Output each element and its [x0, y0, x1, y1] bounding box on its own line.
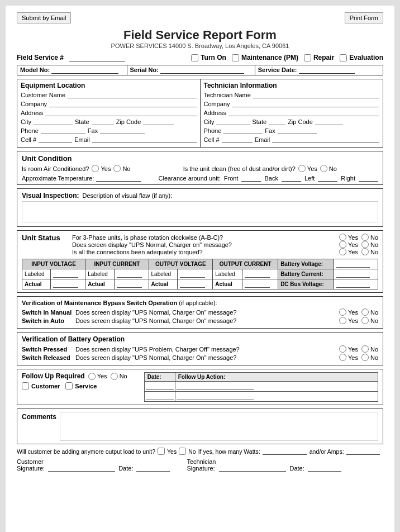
dc-bus-voltage-input[interactable]	[336, 281, 370, 288]
tech-company-input[interactable]	[232, 100, 379, 107]
amps-input[interactable]	[346, 448, 380, 455]
air-cond-no-radio[interactable]	[113, 165, 121, 172]
tech-sig-label1: Technician	[187, 458, 216, 465]
top-bar: Submit by Email Print Form	[17, 12, 383, 23]
tech-name-input[interactable]	[253, 91, 379, 98]
ov-actual-input[interactable]	[180, 281, 205, 288]
follow-action-input2[interactable]	[177, 393, 254, 400]
equip-zip-input[interactable]	[143, 118, 174, 125]
output-yes-checkbox[interactable]	[158, 448, 165, 455]
equip-cell-input[interactable]	[39, 136, 72, 143]
battery1-yes-radio[interactable]	[339, 345, 346, 353]
follow-date-input[interactable]	[146, 383, 174, 390]
visual-inspection-textarea[interactable]	[22, 201, 378, 222]
battery1-no-radio[interactable]	[361, 345, 369, 353]
cust-name-label: Customer Name	[21, 92, 65, 98]
torqued-yes-label: Yes	[348, 249, 358, 255]
torqued-yes-radio[interactable]	[339, 248, 346, 255]
oc-actual-input[interactable]	[245, 281, 270, 288]
repair-checkbox[interactable]	[304, 54, 311, 61]
bypass2-no-radio[interactable]	[361, 317, 369, 324]
switch-auto-label: Switch in Auto	[22, 317, 72, 324]
tech-phone-label: Phone	[204, 127, 222, 134]
equip-email-input[interactable]	[92, 136, 197, 143]
output-no-checkbox[interactable]	[179, 448, 186, 455]
tech-cell-input[interactable]	[222, 136, 253, 143]
unit-clean-no-radio[interactable]	[320, 165, 327, 172]
print-form-button[interactable]: Print Form	[345, 12, 383, 23]
cust-name-input[interactable]	[68, 91, 196, 98]
equip-company-label: Company	[21, 101, 47, 107]
oc-labeled-input[interactable]	[245, 270, 270, 278]
back-input[interactable]	[282, 174, 301, 182]
battery-current-input[interactable]	[336, 270, 370, 278]
equip-city-input[interactable]	[34, 118, 73, 125]
bypass2-yes-label: Yes	[348, 317, 358, 324]
tech-sig-input[interactable]	[219, 464, 286, 472]
unit-clean-yes-radio[interactable]	[298, 165, 306, 172]
left-input[interactable]	[318, 174, 337, 182]
maintenance-bypass-box: Verification of Maintenance Bypass Switc…	[17, 296, 383, 329]
phase-yes-label: Yes	[348, 234, 358, 241]
customer-sig-input[interactable]	[48, 464, 115, 472]
iv-labeled-input[interactable]	[53, 270, 78, 278]
customer-checkbox[interactable]	[22, 382, 29, 390]
equip-company-input[interactable]	[49, 100, 196, 107]
battery-voltage-input[interactable]	[336, 260, 370, 268]
bypass1-yes-radio[interactable]	[339, 308, 346, 316]
battery2-yes-radio[interactable]	[339, 354, 346, 361]
air-cond-yes-label: Yes	[101, 165, 111, 172]
customer-date-input[interactable]	[136, 464, 170, 472]
service-date-input[interactable]	[299, 66, 355, 74]
turn-on-checkbox[interactable]	[191, 54, 198, 61]
follow-action-input[interactable]	[177, 383, 254, 390]
tech-email-input[interactable]	[272, 136, 379, 143]
tech-address-input[interactable]	[228, 109, 379, 116]
right-input[interactable]	[359, 174, 378, 182]
ic-actual-label: Actual	[85, 279, 114, 289]
tech-state-input[interactable]	[269, 118, 285, 125]
ic-actual-input[interactable]	[117, 281, 142, 288]
bypass1-no-radio[interactable]	[361, 308, 369, 316]
field-service-input[interactable]	[69, 54, 125, 61]
bypass1-yes-label: Yes	[348, 309, 358, 316]
watts-input[interactable]	[263, 448, 307, 455]
equip-phone-input[interactable]	[41, 127, 85, 134]
phase-no-radio[interactable]	[361, 234, 369, 241]
service-checkbox[interactable]	[65, 382, 73, 390]
approx-temp-label: Approximate Temperature:	[22, 175, 94, 182]
air-cond-yes-radio[interactable]	[92, 165, 99, 172]
torqued-no-radio[interactable]	[361, 248, 369, 255]
battery2-no-radio[interactable]	[361, 354, 369, 361]
iv-actual-input[interactable]	[53, 281, 78, 288]
tech-zip-input[interactable]	[315, 118, 343, 125]
switch-pressed-label: Switch Pressed	[22, 346, 72, 353]
model-no-input[interactable]	[51, 66, 118, 74]
tech-city-input[interactable]	[216, 118, 250, 125]
tech-phone-input[interactable]	[223, 127, 263, 134]
comments-textarea[interactable]	[60, 412, 378, 441]
ic-labeled-input[interactable]	[117, 270, 142, 278]
bypass2-yes-radio[interactable]	[339, 317, 346, 324]
oc-actual-label: Actual	[213, 279, 242, 289]
evaluation-checkbox[interactable]	[340, 54, 347, 61]
tech-fax-input[interactable]	[278, 127, 317, 134]
visual-inspection-box: Visual Inspection: Description of visual…	[17, 188, 383, 227]
screen-no-radio[interactable]	[361, 241, 369, 248]
screen-yes-radio[interactable]	[339, 241, 346, 248]
submit-by-email-button[interactable]: Submit by Email	[17, 12, 71, 23]
maintenance-pm-checkbox[interactable]	[232, 54, 239, 61]
serial-no-input[interactable]	[160, 66, 244, 74]
equip-address-input[interactable]	[45, 109, 196, 116]
phase-yes-radio[interactable]	[339, 234, 346, 241]
ov-labeled-input[interactable]	[180, 270, 205, 278]
approx-temp-input[interactable]	[96, 174, 141, 182]
equip-fax-input[interactable]	[100, 127, 145, 134]
followup-no-radio[interactable]	[111, 373, 118, 380]
followup-yes-radio[interactable]	[88, 373, 96, 380]
front-input[interactable]	[241, 174, 261, 182]
tech-date-input[interactable]	[308, 464, 341, 472]
equip-city-label: City	[21, 118, 31, 125]
equip-state-input[interactable]	[92, 118, 114, 125]
follow-date-input2[interactable]	[146, 393, 174, 400]
